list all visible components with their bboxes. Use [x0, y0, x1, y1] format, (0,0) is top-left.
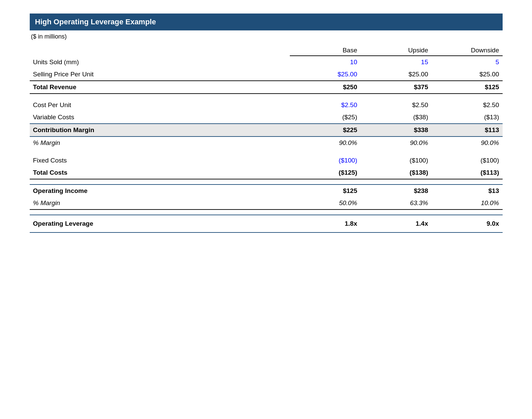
cost-per-unit-downside: $2.50	[432, 99, 503, 111]
header-label-col	[30, 44, 290, 56]
total-costs-label: Total Costs	[30, 167, 290, 179]
contribution-margin-upside: $338	[361, 124, 432, 137]
selling-price-downside: $25.00	[432, 68, 503, 81]
table-header: High Operating Leverage Example	[30, 14, 503, 30]
operating-income-downside: $13	[432, 184, 503, 197]
units-sold-base: 10	[290, 56, 361, 68]
pct-margin1-label: % Margin	[30, 137, 290, 149]
pct-margin1-downside: 90.0%	[432, 137, 503, 149]
cost-per-unit-row: Cost Per Unit $2.50 $2.50 $2.50	[30, 99, 503, 111]
fixed-costs-label: Fixed Costs	[30, 154, 290, 167]
units-sold-downside: 5	[432, 56, 503, 68]
operating-income-row: Operating Income $125 $238 $13	[30, 184, 503, 197]
header-downside: Downside	[432, 44, 503, 56]
operating-income-upside: $238	[361, 184, 432, 197]
operating-leverage-upside: 1.4x	[361, 215, 432, 232]
total-costs-upside: ($138)	[361, 167, 432, 179]
operating-leverage-row: Operating Leverage 1.8x 1.4x 9.0x	[30, 215, 503, 232]
variable-costs-row: Variable Costs ($25) ($38) ($13)	[30, 111, 503, 124]
pct-margin2-upside: 63.3%	[361, 197, 432, 210]
contribution-margin-base: $225	[290, 124, 361, 137]
operating-income-base: $125	[290, 184, 361, 197]
selling-price-base: $25.00	[290, 68, 361, 81]
contribution-margin-label: Contribution Margin	[30, 124, 290, 137]
pct-margin2-label: % Margin	[30, 197, 290, 210]
contribution-margin-downside: $113	[432, 124, 503, 137]
selling-price-label: Selling Price Per Unit	[30, 68, 290, 81]
financial-table: Base Upside Downside Units Sold (mm) 10 …	[30, 44, 503, 233]
pct-margin2-downside: 10.0%	[432, 197, 503, 210]
total-costs-row: Total Costs ($125) ($138) ($113)	[30, 167, 503, 179]
pct-margin1-base: 90.0%	[290, 137, 361, 149]
spacer-1	[30, 94, 503, 99]
total-revenue-upside: $375	[361, 81, 432, 94]
selling-price-row: Selling Price Per Unit $25.00 $25.00 $25…	[30, 68, 503, 81]
total-costs-base: ($125)	[290, 167, 361, 179]
cost-per-unit-base: $2.50	[290, 99, 361, 111]
total-costs-downside: ($113)	[432, 167, 503, 179]
units-sold-label: Units Sold (mm)	[30, 56, 290, 68]
fixed-costs-upside: ($100)	[361, 154, 432, 167]
column-header-row: Base Upside Downside	[30, 44, 503, 56]
variable-costs-label: Variable Costs	[30, 111, 290, 124]
subtitle: ($ in millions)	[30, 30, 503, 44]
pct-margin2-base: 50.0%	[290, 197, 361, 210]
cost-per-unit-upside: $2.50	[361, 99, 432, 111]
table-title: High Operating Leverage Example	[35, 18, 156, 26]
selling-price-upside: $25.00	[361, 68, 432, 81]
operating-income-label: Operating Income	[30, 184, 290, 197]
total-revenue-row: Total Revenue $250 $375 $125	[30, 81, 503, 94]
units-sold-row: Units Sold (mm) 10 15 5	[30, 56, 503, 68]
total-revenue-downside: $125	[432, 81, 503, 94]
fixed-costs-downside: ($100)	[432, 154, 503, 167]
variable-costs-base: ($25)	[290, 111, 361, 124]
header-upside: Upside	[361, 44, 432, 56]
units-sold-upside: 15	[361, 56, 432, 68]
spacer-2	[30, 149, 503, 154]
total-revenue-label: Total Revenue	[30, 81, 290, 94]
contribution-margin-row: Contribution Margin $225 $338 $113	[30, 124, 503, 137]
variable-costs-upside: ($38)	[361, 111, 432, 124]
spacer-4	[30, 210, 503, 215]
variable-costs-downside: ($13)	[432, 111, 503, 124]
operating-leverage-base: 1.8x	[290, 215, 361, 232]
operating-leverage-downside: 9.0x	[432, 215, 503, 232]
header-base: Base	[290, 44, 361, 56]
pct-margin1-row: % Margin 90.0% 90.0% 90.0%	[30, 137, 503, 149]
main-container: High Operating Leverage Example ($ in mi…	[30, 14, 503, 233]
fixed-costs-base: ($100)	[290, 154, 361, 167]
spacer-3	[30, 179, 503, 184]
cost-per-unit-label: Cost Per Unit	[30, 99, 290, 111]
fixed-costs-row: Fixed Costs ($100) ($100) ($100)	[30, 154, 503, 167]
total-revenue-base: $250	[290, 81, 361, 94]
pct-margin2-row: % Margin 50.0% 63.3% 10.0%	[30, 197, 503, 210]
operating-leverage-label: Operating Leverage	[30, 215, 290, 232]
pct-margin1-upside: 90.0%	[361, 137, 432, 149]
